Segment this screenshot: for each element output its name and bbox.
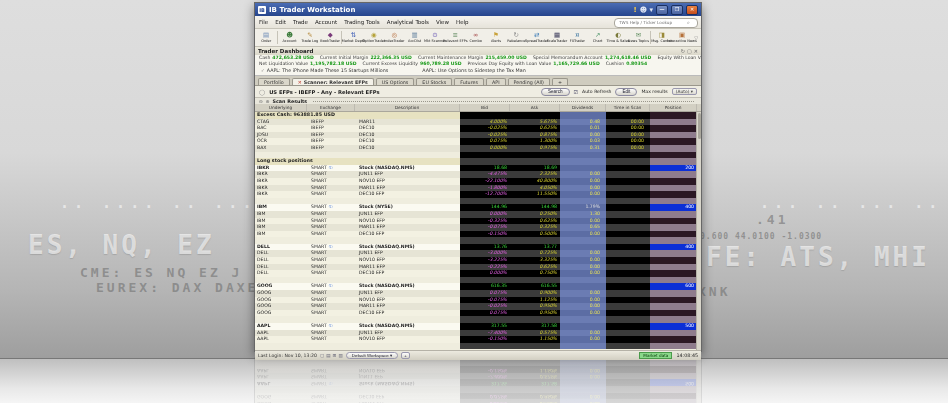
table-row[interactable]: AAPLSMARTNOV10 EFP-0.150%1.150%0.00 [255,336,701,343]
news-item[interactable]: ✓AAPL: The iPhone Made These 15 Startups… [261,68,388,73]
table-row[interactable]: GOOGSMARTDEC10 EFP0.075%0.950%0.00 [255,310,701,317]
toolbar-spreadtrader[interactable]: ⇄SpreadTrader [526,29,546,46]
toolbar-account[interactable]: ☻Account [279,29,299,46]
column-header-dividends[interactable]: Dividends [560,104,606,111]
auto-refresh-checkbox[interactable]: ☑ [574,89,578,95]
toolbar-time-sales[interactable]: ◐Time & Sales [608,29,628,46]
table-row[interactable]: BACIBEFPDEC10-0.025%0.625%0.0100:00 [255,125,701,132]
table-row[interactable]: GOOGSMARTMAR11 EFP-0.025%0.950%0.00 [255,303,701,310]
table-row[interactable]: IBMSMARTJUN11 EFP0.000%0.250%1.30 [255,211,701,218]
expand-icon[interactable]: ⊕ [266,99,270,104]
menu-trading-tools[interactable]: Trading Tools [344,19,379,25]
menu-view[interactable]: View [436,19,449,25]
info-icon[interactable]: ⓘ [329,323,333,328]
search-input[interactable] [617,19,687,26]
column-header-bid[interactable]: Bid [460,104,510,111]
info-icon[interactable]: ⓘ [329,244,333,249]
user-icon[interactable]: ☻ ▾ [640,6,653,14]
edit-button[interactable]: Edit [615,88,637,96]
news-item[interactable]: AAPL: Use Options to Sidestep the Tax Ma… [422,68,526,73]
table-row[interactable]: AAPLSMARTⓘStock (NASDAQ.NMS)317.55317.58… [255,323,701,330]
status-icon-3[interactable]: ▥ [338,353,342,358]
table-row[interactable] [255,343,701,350]
table-row[interactable]: IBMSMARTMAR11 EFP-0.075%0.325%0.65 [255,224,701,231]
table-row[interactable]: DELLSMARTDEC10 EFP0.000%0.750%0.00 [255,270,701,277]
toolbar-optiontrader[interactable]: ◉OptionTrader [364,29,384,46]
column-header-time-in-scan[interactable]: Time in Scan [606,104,650,111]
table-row[interactable]: BAXIBEFPDEC100.000%0.975%0.3100:00 [255,145,701,152]
table-row[interactable] [255,152,701,159]
table-row[interactable]: Excess Cash: 963881.85 USD [255,112,701,119]
tab-pending-all[interactable]: Pending (All) [508,78,550,85]
table-row[interactable]: IBKRSMARTJUN11 EFP-4.475%2.325%0.00 [255,171,701,178]
table-row[interactable] [255,316,701,323]
toolbar-interactive-news[interactable]: ▣Interactive News [672,29,692,46]
table-row[interactable]: CTAGIBEFPMAR114.000%5.675%0.4800:00 [255,119,701,126]
toolbar-scaletrader[interactable]: ▦ScaleTrader [547,29,567,46]
menu-help[interactable]: Help [456,19,469,25]
toolbar-news-topics[interactable]: ✉News Topics [628,29,648,46]
toolbar-fxtrader[interactable]: ¤FXTrader [567,29,587,46]
toolbar-combo[interactable]: ∞Combo [465,29,485,46]
toolbar-order[interactable]: ▤Order [256,29,276,46]
table-row[interactable]: IBMSMARTNOV10 EFP-0.325%0.625%0.00 [255,218,701,225]
search-button[interactable]: Search [541,88,570,96]
collapse-icon[interactable]: ⊖ [259,99,263,104]
add-workspace-button[interactable]: + [401,352,410,359]
toolbar-overflow-icon[interactable]: ▽ [692,29,700,46]
toolbar-msg-center[interactable]: ◨Msg. Center [652,29,672,46]
tab-close-icon[interactable]: ✕ [298,80,302,85]
column-header-underlying[interactable]: Underlying [255,104,307,111]
tab-futures[interactable]: Futures [454,78,484,85]
tab-portfolio[interactable]: Portfolio [258,78,290,85]
table-row[interactable]: DELLSMARTNOV10 EFP-3.225%3.325%0.00 [255,257,701,264]
table-row[interactable]: IBMSMARTDEC10 EFP-0.150%0.500%0.00 [255,231,701,238]
toolbar-alerts[interactable]: ⚑Alerts [486,29,506,46]
table-row[interactable]: GOOGSMARTJUN11 EFP0.075%0.900%0.00 [255,290,701,297]
dashboard-icon-0[interactable]: ↻ [681,48,685,54]
table-row[interactable]: OCRIBEFPDEC100.075%1.300%0.0300:00 [255,138,701,145]
menu-edit[interactable]: Edit [275,19,286,25]
menu-file[interactable]: File [259,19,268,25]
table-row[interactable]: DELLSMARTⓘStock (NASDAQ.NMS)13.7613.7740… [255,244,701,251]
table-row[interactable]: IBKRSMARTDEC10 EFP-12.700%11.550%0.00 [255,191,701,198]
table-row[interactable]: IBKRSMARTMAR11 EFP-1.800%4.050%0.00 [255,185,701,192]
toolbar-rebalance[interactable]: ↻Rebalance [506,29,526,46]
table-row[interactable]: DELLSMARTMAR11 EFP-0.225%0.625%0.00 [255,264,701,271]
dashboard-icon-1[interactable]: ▢ [687,48,692,54]
toolbar-indextrader[interactable]: ◎IndexTrader [384,29,404,46]
tab-[interactable]: + [552,78,568,85]
title-bar[interactable]: IB IB Trader Workstation ! ☻ ▾ — ❐ ✕ [255,3,701,16]
status-icon-1[interactable]: ▤ [326,353,330,358]
table-row[interactable]: GOOGSMARTⓘStock (NASDAQ.NMS)616.35616.55… [255,283,701,290]
column-header-ask[interactable]: Ask [510,104,560,111]
info-icon[interactable]: ⓘ [329,165,333,170]
info-icon[interactable]: ⓘ [329,204,333,209]
vertical-scrollbar[interactable] [696,112,701,350]
table-row[interactable]: AAPLSMARTJUN11 EFP-7.400%0.575%0.00 [255,330,701,337]
tab-api[interactable]: API [486,78,506,85]
minimize-button[interactable]: — [656,5,668,15]
table-row[interactable] [255,237,701,244]
workspace-button[interactable]: Default Workspace ▾ [346,352,398,359]
table-row[interactable]: IBKRSMARTⓘStock (NASDAQ.NMS)18.6818.6920… [255,165,701,172]
table-row[interactable] [255,198,701,205]
close-button[interactable]: ✕ [686,5,698,15]
dashboard-header[interactable]: Trader Dashboard ↻▢✕ [255,47,701,55]
toolbar-chart[interactable]: ↗Chart [588,29,608,46]
status-icon-0[interactable]: ▢ [320,353,324,358]
toolbar-market-depth[interactable]: ⇅Market Depth [343,29,363,46]
column-header-exchange[interactable]: Exchange [307,104,355,111]
alert-icon[interactable]: ! [634,6,637,14]
menu-analytical-tools[interactable]: Analytical Tools [387,19,429,25]
toolbar-trade-log[interactable]: ✎Trade Log [300,29,320,46]
column-header-description[interactable]: Description [355,104,460,111]
table-row[interactable]: JDSUIBEFPDEC10-0.025%0.875%0.0000:00 [255,132,701,139]
dashboard-icon-2[interactable]: ✕ [694,48,698,54]
max-results-dropdown[interactable]: (Auto) ▾ [672,88,697,95]
table-row[interactable]: Long stock positions [255,158,701,165]
column-header-position[interactable]: Position [650,104,697,111]
scrollbar-thumb[interactable] [698,113,701,139]
info-icon[interactable]: ⓘ [329,283,333,288]
help-search[interactable]: ⌕ [614,18,698,28]
